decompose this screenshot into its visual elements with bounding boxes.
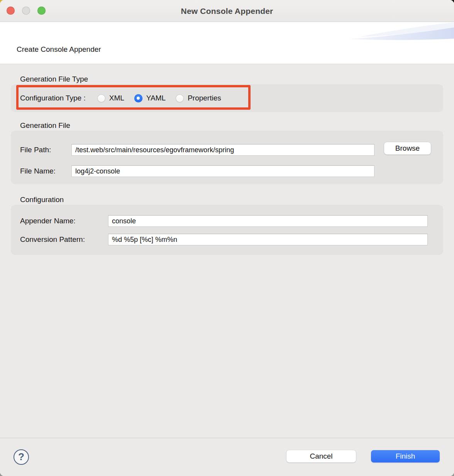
finish-button[interactable]: Finish	[371, 450, 440, 462]
section-heading-generation-file: Generation File	[20, 121, 70, 130]
radio-option-properties[interactable]: Properties	[176, 94, 221, 102]
xml-radio-label: XML	[109, 94, 124, 102]
window-title: New Console Appender	[0, 0, 454, 22]
dialog-content: Generation File Type Configuration Type …	[0, 64, 454, 438]
conversion-pattern-input[interactable]	[108, 234, 428, 245]
titlebar: New Console Appender	[0, 0, 454, 22]
section-heading-configuration: Configuration	[20, 196, 64, 204]
generation-file-group: File Path: Browse File Name:	[11, 131, 443, 184]
section-heading-file-type: Generation File Type	[20, 75, 88, 83]
wizard-page-title: Create Console Appender	[17, 45, 101, 54]
cancel-button[interactable]: Cancel	[286, 450, 356, 462]
configuration-type-radio-group: XML YAML Properties	[97, 94, 221, 102]
new-console-appender-dialog: New Console Appender Create Console Appe…	[0, 0, 454, 476]
wizard-banner: Create Console Appender	[0, 22, 454, 64]
configuration-group: Appender Name: Conversion Pattern:	[11, 205, 443, 255]
radio-option-xml[interactable]: XML	[97, 94, 124, 102]
file-name-input[interactable]	[71, 165, 374, 177]
conversion-pattern-label: Conversion Pattern:	[20, 235, 85, 244]
xml-radio-button[interactable]	[97, 94, 105, 102]
browse-button[interactable]: Browse	[384, 142, 431, 155]
file-name-label: File Name:	[20, 167, 56, 175]
yaml-radio-button[interactable]	[134, 94, 142, 102]
question-mark-icon: ?	[18, 452, 24, 462]
appender-name-input[interactable]	[108, 215, 428, 227]
configuration-type-label: Configuration Type :	[20, 94, 86, 102]
help-button[interactable]: ?	[14, 449, 29, 465]
configuration-type-row: Configuration Type : XML YAML Properties	[11, 84, 443, 112]
dialog-button-bar: ? Cancel Finish	[0, 438, 454, 476]
banner-swoosh-decoration	[338, 22, 454, 64]
file-path-label: File Path:	[20, 146, 51, 154]
radio-option-yaml[interactable]: YAML	[134, 94, 166, 102]
file-type-group: Configuration Type : XML YAML Properties	[11, 84, 443, 112]
properties-radio-button[interactable]	[176, 94, 184, 102]
yaml-radio-label: YAML	[146, 94, 166, 102]
appender-name-label: Appender Name:	[20, 217, 76, 225]
properties-radio-label: Properties	[188, 94, 221, 102]
file-path-input[interactable]	[71, 144, 374, 156]
